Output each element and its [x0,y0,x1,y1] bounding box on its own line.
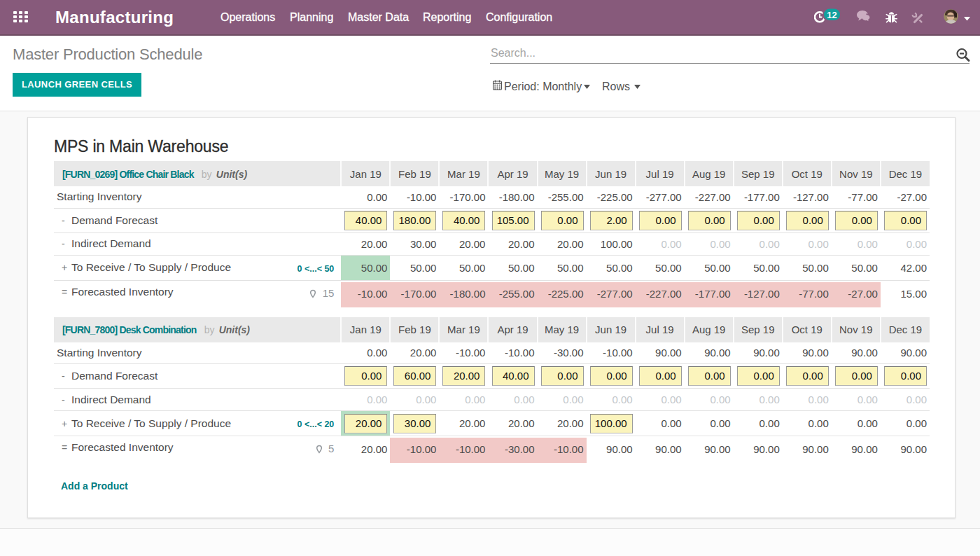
svg-text:12: 12 [827,10,836,20]
